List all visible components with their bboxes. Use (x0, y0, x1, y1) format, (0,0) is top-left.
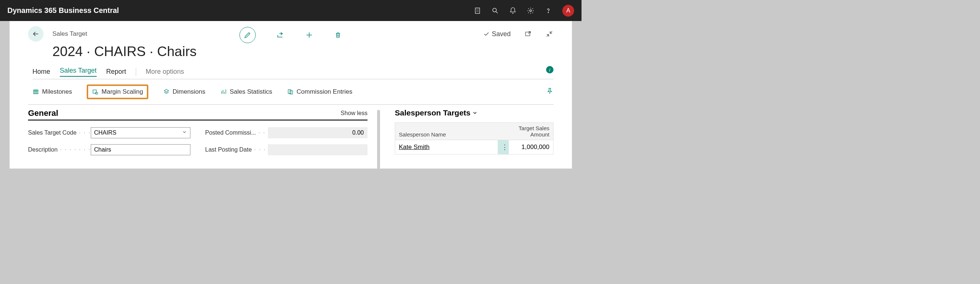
search-icon[interactable] (492, 7, 499, 14)
tab-sales-target[interactable]: Sales Target (60, 67, 97, 77)
svg-point-3 (548, 12, 548, 13)
share-icon[interactable] (276, 31, 285, 39)
table-header-row: Salesperson Name Target Sales Amount (395, 123, 553, 140)
collapse-icon[interactable] (545, 30, 554, 38)
back-button[interactable] (28, 26, 43, 42)
edit-button[interactable] (239, 27, 256, 43)
record-actions (239, 27, 342, 43)
saved-indicator: Saved (483, 30, 511, 38)
salesperson-table: Salesperson Name Target Sales Amount Kat… (395, 122, 554, 154)
action-bar: Milestones Margin Scaling Dimensions Sal… (28, 79, 554, 105)
new-icon[interactable] (305, 31, 313, 39)
sales-target-code-value: CHAIRS (94, 130, 116, 136)
last-posting-date-field (268, 144, 368, 155)
tab-home[interactable]: Home (32, 68, 50, 76)
general-section: General Show less Sales Target Code CHAI… (28, 108, 375, 161)
content-region: General Show less Sales Target Code CHAI… (28, 108, 554, 161)
page-tabs: Home Sales Target Report More options i (32, 67, 554, 79)
tab-separator (136, 68, 136, 76)
avatar[interactable]: A (562, 5, 574, 17)
salesperson-name-link[interactable]: Kate Smith (395, 141, 498, 154)
posted-commission-field: 0.00 (268, 127, 368, 138)
page-status-actions: Saved (483, 30, 554, 38)
delete-icon[interactable] (334, 31, 342, 39)
salesperson-heading[interactable]: Salesperson Targets (395, 108, 554, 117)
tab-report[interactable]: Report (106, 68, 126, 76)
table-row: Kate Smith ⋮ 1,000,000 (395, 140, 553, 154)
environment-icon[interactable] (474, 7, 481, 14)
chevron-down-icon[interactable] (182, 130, 187, 136)
svg-rect-0 (475, 8, 480, 13)
action-commission-entries[interactable]: Commission Entries (287, 88, 352, 95)
app-name: Dynamics 365 Business Central (7, 6, 119, 15)
action-dimensions-label: Dimensions (173, 88, 205, 95)
svg-rect-8 (288, 90, 291, 94)
action-commission-entries-label: Commission Entries (297, 88, 352, 95)
gear-icon[interactable] (527, 7, 534, 14)
col-target-amount-l1: Target Sales (505, 125, 549, 131)
breadcrumb[interactable]: Sales Target (52, 30, 87, 38)
general-heading: General (28, 108, 58, 118)
action-margin-scaling[interactable]: Margin Scaling (87, 84, 148, 99)
page-card: Sales Target Saved (10, 21, 572, 168)
salesperson-amount: 1,000,000 (509, 141, 553, 154)
avatar-initial: A (566, 7, 570, 14)
description-input[interactable]: Chairs (91, 144, 190, 155)
scrollbar[interactable] (377, 110, 380, 168)
record-title: 2024 · CHAIRS · Chairs (52, 44, 554, 59)
last-posting-date-label: Last Posting Date (205, 146, 268, 153)
popout-icon[interactable] (524, 30, 532, 38)
posted-commission-label: Posted Commissi... (205, 130, 268, 136)
row-menu-button[interactable]: ⋮ (498, 140, 509, 154)
info-badge[interactable]: i (546, 66, 554, 73)
col-target-amount[interactable]: Target Sales Amount (501, 123, 553, 140)
sales-target-code-input[interactable]: CHAIRS (91, 127, 190, 138)
description-value: Chairs (94, 146, 111, 153)
salesperson-section: Salesperson Targets Salesperson Name Tar… (375, 108, 554, 161)
pin-icon[interactable] (546, 87, 554, 96)
sales-target-code-label: Sales Target Code (28, 130, 91, 136)
saved-label: Saved (492, 30, 511, 38)
description-label: Description (28, 146, 91, 153)
salesperson-heading-label: Salesperson Targets (395, 108, 471, 117)
svg-point-2 (530, 10, 532, 11)
bell-icon[interactable] (509, 7, 517, 14)
show-less-link[interactable]: Show less (340, 110, 368, 117)
action-milestones[interactable]: Milestones (32, 88, 72, 95)
posted-commission-value: 0.00 (352, 130, 364, 136)
action-sales-statistics[interactable]: Sales Statistics (220, 88, 272, 95)
action-milestones-label: Milestones (42, 88, 72, 95)
svg-point-1 (493, 8, 496, 12)
col-target-amount-l2: Amount (505, 131, 549, 138)
col-salesperson-name[interactable]: Salesperson Name (395, 123, 501, 140)
titlebar-actions: A (474, 5, 574, 17)
titlebar: Dynamics 365 Business Central A (0, 0, 582, 21)
help-icon[interactable] (545, 7, 552, 14)
action-sales-statistics-label: Sales Statistics (230, 88, 272, 95)
action-dimensions[interactable]: Dimensions (163, 88, 205, 95)
action-margin-scaling-label: Margin Scaling (102, 88, 143, 95)
tab-more-options[interactable]: More options (146, 68, 184, 76)
